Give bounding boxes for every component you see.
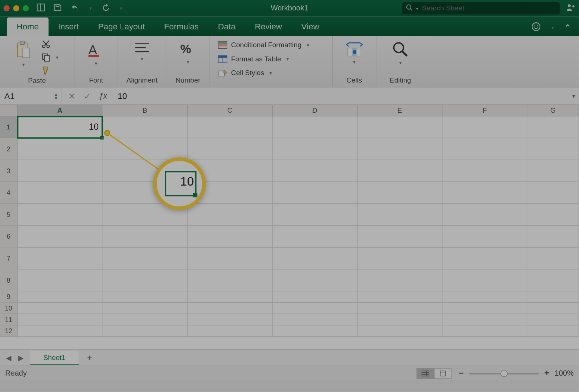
zoom-in-button[interactable]: + xyxy=(544,368,550,378)
cell[interactable] xyxy=(527,248,579,270)
tab-view[interactable]: View xyxy=(292,17,329,36)
cell[interactable] xyxy=(103,248,188,270)
number-button[interactable]: % ▼ xyxy=(176,38,200,66)
close-window-button[interactable] xyxy=(3,5,9,11)
cell[interactable] xyxy=(358,325,442,337)
sheet-nav-prev[interactable]: ◀ xyxy=(3,352,15,364)
cell[interactable] xyxy=(272,248,357,270)
cell[interactable] xyxy=(17,226,102,248)
cell[interactable] xyxy=(527,160,579,182)
cell[interactable] xyxy=(103,314,188,325)
expand-formula-bar[interactable]: ▼ xyxy=(569,93,579,99)
row-header[interactable]: 7 xyxy=(0,248,17,270)
cell[interactable] xyxy=(527,325,579,337)
undo-dropdown[interactable]: ▼ xyxy=(87,6,93,11)
col-header-b[interactable]: B xyxy=(103,105,188,116)
cell[interactable] xyxy=(358,314,442,325)
cell[interactable] xyxy=(17,291,102,303)
tab-data[interactable]: Data xyxy=(208,17,245,36)
cell[interactable] xyxy=(442,138,527,160)
accept-formula-icon[interactable]: ✓ xyxy=(84,91,91,101)
cell[interactable] xyxy=(103,226,188,248)
cell[interactable] xyxy=(188,291,272,303)
cell[interactable] xyxy=(442,325,527,337)
conditional-formatting-button[interactable]: Conditional Formatting▼ xyxy=(216,40,313,50)
cell[interactable] xyxy=(103,291,188,303)
cell[interactable] xyxy=(358,204,442,226)
cut-button[interactable] xyxy=(39,38,62,50)
cell[interactable] xyxy=(17,160,102,182)
cell[interactable] xyxy=(272,303,357,314)
undo-icon[interactable] xyxy=(70,3,80,13)
cell[interactable] xyxy=(17,303,102,314)
qat-customize-dropdown[interactable]: ▼ xyxy=(118,6,124,11)
tab-page-layout[interactable]: Page Layout xyxy=(89,17,154,36)
col-header-d[interactable]: D xyxy=(272,105,357,116)
format-painter-button[interactable] xyxy=(39,65,62,77)
row-header[interactable]: 11 xyxy=(0,314,17,325)
view-page-layout-button[interactable] xyxy=(434,368,452,379)
cell[interactable] xyxy=(527,269,579,291)
cell[interactable] xyxy=(358,269,442,291)
search-dropdown[interactable]: ▾ xyxy=(415,6,419,11)
fx-icon[interactable]: ƒx xyxy=(99,91,107,101)
cell[interactable] xyxy=(272,116,357,138)
cell[interactable] xyxy=(188,248,272,270)
row-header[interactable]: 5 xyxy=(0,204,17,226)
cell[interactable] xyxy=(188,116,272,138)
zoom-out-button[interactable]: − xyxy=(459,368,464,378)
tab-review[interactable]: Review xyxy=(245,17,292,36)
cell[interactable] xyxy=(188,314,272,325)
cell[interactable] xyxy=(442,182,527,204)
format-as-table-button[interactable]: Format as Table▼ xyxy=(216,54,313,64)
cell[interactable] xyxy=(272,269,357,291)
col-header-e[interactable]: E xyxy=(358,105,442,116)
zoom-slider[interactable] xyxy=(469,372,539,374)
col-header-f[interactable]: F xyxy=(442,105,527,116)
cell[interactable] xyxy=(527,303,579,314)
cell[interactable] xyxy=(188,269,272,291)
cell[interactable] xyxy=(442,116,527,138)
cell[interactable] xyxy=(188,138,272,160)
cell[interactable]: 10 xyxy=(17,116,102,138)
cell[interactable] xyxy=(442,291,527,303)
search-input[interactable] xyxy=(422,4,556,12)
spreadsheet-grid[interactable]: A B C D E F G 11023456789101112 10 xyxy=(0,105,579,350)
row-header[interactable]: 4 xyxy=(0,182,17,204)
sheet-tab-1[interactable]: Sheet1 xyxy=(30,351,79,365)
search-sheet-box[interactable]: ▾ xyxy=(402,2,560,15)
cell[interactable] xyxy=(442,269,527,291)
emoji-dropdown[interactable]: ▼ xyxy=(550,25,556,30)
cell[interactable] xyxy=(188,325,272,337)
row-header[interactable]: 12 xyxy=(0,325,17,337)
cell[interactable] xyxy=(442,314,527,325)
cell[interactable] xyxy=(272,204,357,226)
cell[interactable] xyxy=(103,138,188,160)
name-box-spinner[interactable]: ▲▼ xyxy=(54,92,58,100)
cell[interactable] xyxy=(527,204,579,226)
cell[interactable] xyxy=(188,226,272,248)
tab-formulas[interactable]: Formulas xyxy=(154,17,208,36)
cell[interactable] xyxy=(358,248,442,270)
row-header[interactable]: 8 xyxy=(0,269,17,291)
font-button[interactable]: A ▼ xyxy=(84,38,108,68)
redo-icon[interactable] xyxy=(102,3,111,13)
formula-input[interactable] xyxy=(114,91,569,101)
row-header[interactable]: 2 xyxy=(0,138,17,160)
cell[interactable] xyxy=(358,138,442,160)
minimize-window-button[interactable] xyxy=(13,5,19,11)
col-header-c[interactable]: C xyxy=(188,105,272,116)
select-all-corner[interactable] xyxy=(0,105,17,116)
paste-button[interactable]: ▼ xyxy=(12,38,35,68)
col-header-a[interactable]: A xyxy=(17,105,102,116)
col-header-g[interactable]: G xyxy=(527,105,579,116)
collapse-ribbon-icon[interactable]: ⌃ xyxy=(564,23,571,32)
cell[interactable] xyxy=(527,138,579,160)
cell[interactable] xyxy=(442,160,527,182)
name-box[interactable]: A1 ▲▼ xyxy=(0,87,61,105)
cell[interactable] xyxy=(527,226,579,248)
cancel-formula-icon[interactable]: ✕ xyxy=(68,91,76,101)
zoom-level[interactable]: 100% xyxy=(555,369,574,378)
cell[interactable] xyxy=(272,226,357,248)
cell[interactable] xyxy=(103,325,188,337)
